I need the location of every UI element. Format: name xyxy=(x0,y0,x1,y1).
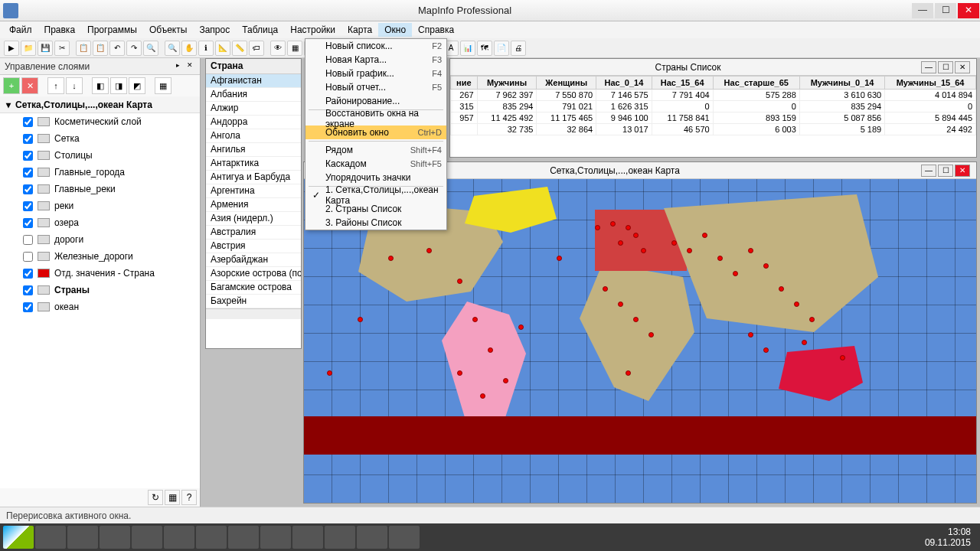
taskbar-app-6[interactable] xyxy=(260,526,291,549)
country-row[interactable]: Андорра xyxy=(206,116,301,129)
layer-visible-checkbox[interactable] xyxy=(23,184,33,194)
map-minimize-button[interactable]: — xyxy=(921,165,936,177)
table-row[interactable]: 315835 294791 0211 626 31500835 2940 xyxy=(451,101,976,112)
layer-row-1[interactable]: Сетка xyxy=(0,130,200,147)
table-row[interactable]: 95711 425 49211 175 4659 946 10011 758 8… xyxy=(451,112,976,124)
close-button[interactable]: ✕ xyxy=(958,3,979,18)
country-row[interactable]: Азорские острова (пор xyxy=(206,267,301,281)
table-header[interactable]: Нас_15_64 xyxy=(652,77,713,90)
country-row[interactable]: Аргентина xyxy=(206,184,301,198)
menu-item-2[interactable]: Программы xyxy=(81,23,143,37)
capital-dot[interactable] xyxy=(327,370,332,376)
toolbar-btn-4[interactable]: 📋 xyxy=(76,41,91,56)
capital-dot[interactable] xyxy=(802,340,807,345)
toolbar-btn-15[interactable]: 👁 xyxy=(270,41,286,56)
layer-visible-checkbox[interactable] xyxy=(23,302,33,312)
menu-dropdown-item-6[interactable]: Восстановить окна на экране xyxy=(305,112,446,126)
table-row[interactable]: 2677 962 3977 550 8707 146 5757 791 4045… xyxy=(451,90,976,101)
taskbar-app-9[interactable] xyxy=(357,526,387,549)
toolbar-btn-8[interactable]: 🔍 xyxy=(143,41,158,56)
country-row[interactable]: Австрия xyxy=(206,240,301,253)
layer-up-button[interactable]: ↑ xyxy=(47,77,64,94)
toolbar-btn-27[interactable]: 🗺 xyxy=(477,41,492,56)
capital-dot[interactable] xyxy=(633,233,639,238)
panel-footer-btn-3[interactable]: ? xyxy=(181,490,197,505)
capital-dot[interactable] xyxy=(763,347,769,353)
capital-dot[interactable] xyxy=(358,317,363,322)
menu-item-8[interactable]: Окно xyxy=(378,23,412,37)
layer-row-10[interactable]: Страны xyxy=(0,282,200,298)
toolbar-btn-12[interactable]: 📐 xyxy=(215,41,230,56)
toolbar-btn-9[interactable]: 🔍 xyxy=(165,41,180,56)
capital-dot[interactable] xyxy=(480,393,485,399)
taskbar-app-1[interactable] xyxy=(100,526,130,549)
taskbar-ie-icon[interactable] xyxy=(35,526,66,549)
capital-dot[interactable] xyxy=(641,248,646,253)
minimize-button[interactable]: — xyxy=(912,3,933,18)
layer-row-2[interactable]: Столицы xyxy=(0,147,200,164)
menu-dropdown-item-2[interactable]: Новый график...F4 xyxy=(305,67,446,80)
layer-row-5[interactable]: реки xyxy=(0,197,200,214)
capital-dot[interactable] xyxy=(717,256,723,261)
table-window[interactable]: Страны Список — ☐ ✕ ниеМужчиныЖенщиныНас… xyxy=(449,58,977,158)
toolbar-btn-2[interactable]: 💾 xyxy=(38,41,53,56)
capital-dot[interactable] xyxy=(388,256,394,261)
capital-dot[interactable] xyxy=(809,317,815,322)
maximize-button[interactable]: ☐ xyxy=(935,3,956,18)
layer-visible-checkbox[interactable] xyxy=(23,168,33,178)
capital-dot[interactable] xyxy=(671,240,677,246)
capital-dot[interactable] xyxy=(763,263,769,269)
capital-dot[interactable] xyxy=(779,286,784,292)
capital-dot[interactable] xyxy=(518,324,524,330)
menu-dropdown-item-14[interactable]: 2. Страны Список xyxy=(305,202,446,216)
capital-dot[interactable] xyxy=(626,225,631,230)
table-header[interactable]: Мужчины xyxy=(477,77,537,90)
remove-layer-button[interactable]: ✕ xyxy=(21,77,38,94)
table-header[interactable]: Нас_0_14 xyxy=(596,77,652,90)
toolbar-btn-16[interactable]: ▦ xyxy=(287,41,302,56)
capital-dot[interactable] xyxy=(633,317,639,322)
toolbar-btn-7[interactable]: ↷ xyxy=(126,41,142,56)
country-row[interactable]: Австралия xyxy=(206,226,301,240)
table-header[interactable]: ние xyxy=(451,77,478,90)
toolbar-btn-5[interactable]: 📋 xyxy=(93,41,108,56)
layer-tool-4[interactable]: ▦ xyxy=(155,77,172,94)
capital-dot[interactable] xyxy=(595,225,600,230)
layer-row-3[interactable]: Главные_города xyxy=(0,164,200,181)
capital-dot[interactable] xyxy=(687,248,692,253)
capital-dot[interactable] xyxy=(794,302,799,307)
collapse-icon[interactable]: ▾ xyxy=(6,99,11,110)
country-row[interactable]: Бахрейн xyxy=(206,295,301,308)
layer-down-button[interactable]: ↓ xyxy=(66,77,83,94)
taskbar-app-5[interactable] xyxy=(228,526,259,549)
layer-visible-checkbox[interactable] xyxy=(23,151,33,161)
menu-dropdown-item-15[interactable]: 3. Районы Список xyxy=(305,216,446,230)
toolbar-btn-11[interactable]: ℹ xyxy=(198,41,214,56)
taskbar-app-10[interactable] xyxy=(389,526,420,549)
capital-dot[interactable] xyxy=(748,248,753,253)
layer-row-8[interactable]: Железные_дороги xyxy=(0,248,200,265)
layer-visible-checkbox[interactable] xyxy=(23,285,33,295)
country-row[interactable]: Афганистан xyxy=(206,74,301,88)
data-table[interactable]: ниеМужчиныЖенщиныНас_0_14Нас_15_64Нас_ст… xyxy=(450,76,976,135)
menu-dropdown-item-1[interactable]: Новая Карта...F3 xyxy=(305,53,446,67)
layer-row-6[interactable]: озера xyxy=(0,214,200,231)
capital-dot[interactable] xyxy=(840,355,845,360)
table-header[interactable]: Мужчины_15_64 xyxy=(885,77,976,90)
menu-dropdown-item-3[interactable]: Новый отчет...F5 xyxy=(305,80,446,94)
map-maximize-button[interactable]: ☐ xyxy=(938,165,953,177)
table-minimize-button[interactable]: — xyxy=(921,61,936,73)
toolbar-btn-10[interactable]: ✋ xyxy=(181,41,197,56)
panel-footer-btn-2[interactable]: ▦ xyxy=(165,490,180,505)
layer-tool-1[interactable]: ◧ xyxy=(92,77,109,94)
system-clock[interactable]: 13:08 09.11.2015 xyxy=(925,527,977,548)
toolbar-btn-29[interactable]: 🖨 xyxy=(511,41,526,56)
layer-tool-2[interactable]: ◨ xyxy=(110,77,127,94)
capital-dot[interactable] xyxy=(457,279,462,284)
capital-dot[interactable] xyxy=(472,317,478,322)
menu-item-5[interactable]: Таблица xyxy=(236,23,284,37)
layer-row-11[interactable]: океан xyxy=(0,298,200,315)
capital-dot[interactable] xyxy=(618,302,623,307)
menu-dropdown-item-11[interactable]: Упорядочить значки xyxy=(305,171,446,184)
taskbar-app-2[interactable] xyxy=(132,526,162,549)
